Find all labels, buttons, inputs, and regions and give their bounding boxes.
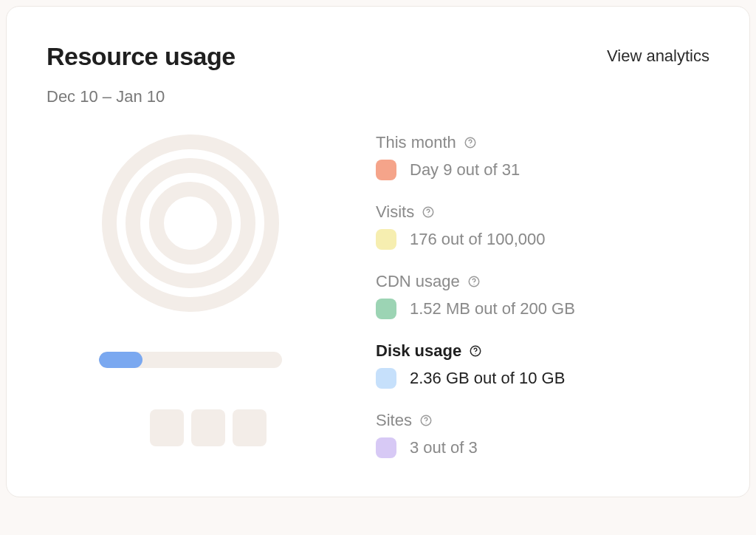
metric-value-row: 2.36 GB out of 10 GB	[376, 368, 709, 389]
metric-title: Visits	[376, 202, 414, 222]
metric-value: 3 out of 3	[410, 438, 478, 457]
disk-usage-bar	[99, 352, 282, 368]
card-header: Resource usage View analytics	[47, 42, 709, 71]
metric-title-row: Sites	[376, 411, 709, 430]
svg-point-9	[425, 423, 426, 423]
view-analytics-link[interactable]: View analytics	[607, 42, 709, 66]
site-block	[233, 409, 267, 446]
metric-title-row: Disk usage	[376, 341, 709, 361]
help-icon[interactable]	[419, 414, 433, 427]
metrics-list: This month Day 9 out of 31 Visits	[376, 132, 709, 458]
metric-sites: Sites 3 out of 3	[376, 411, 709, 458]
svg-point-5	[473, 284, 474, 284]
resource-usage-card: Resource usage View analytics Dec 10 – J…	[6, 6, 750, 497]
svg-point-1	[470, 145, 470, 146]
metric-this-month: This month Day 9 out of 31	[376, 133, 709, 180]
date-range: Dec 10 – Jan 10	[47, 87, 709, 106]
swatch	[376, 299, 396, 319]
metric-cdn-usage: CDN usage 1.52 MB out of 200 GB	[376, 272, 709, 319]
metric-disk-usage: Disk usage 2.36 GB out of 10 GB	[376, 341, 709, 389]
site-block	[150, 409, 184, 446]
swatch	[376, 229, 396, 250]
metric-title: Disk usage	[376, 341, 461, 361]
metric-value-row: Day 9 out of 31	[376, 160, 709, 180]
metric-title: CDN usage	[376, 272, 460, 291]
ring-center	[170, 202, 211, 244]
metric-value: 2.36 GB out of 10 GB	[410, 369, 565, 388]
metric-title-row: Visits	[376, 202, 709, 222]
svg-point-7	[475, 353, 476, 354]
metric-value: 1.52 MB out of 200 GB	[410, 299, 575, 318]
svg-point-3	[428, 214, 429, 215]
site-block	[191, 409, 225, 446]
rings-chart	[102, 134, 279, 312]
swatch	[376, 160, 396, 180]
metric-title: Sites	[376, 411, 412, 430]
disk-usage-bar-fill	[99, 352, 142, 368]
metric-value: 176 out of 100,000	[410, 230, 546, 249]
help-icon[interactable]	[464, 136, 477, 149]
sites-blocks	[150, 409, 267, 446]
swatch	[376, 368, 396, 389]
card-content: This month Day 9 out of 31 Visits	[47, 132, 709, 458]
metric-title: This month	[376, 133, 456, 152]
visualizations	[47, 132, 334, 458]
swatch	[376, 437, 396, 458]
metric-visits: Visits 176 out of 100,000	[376, 202, 709, 250]
metric-title-row: This month	[376, 133, 709, 152]
help-icon[interactable]	[469, 344, 482, 358]
metric-value: Day 9 out of 31	[410, 160, 520, 180]
help-icon[interactable]	[422, 205, 435, 219]
metric-value-row: 176 out of 100,000	[376, 229, 709, 250]
metric-title-row: CDN usage	[376, 272, 709, 291]
metric-value-row: 3 out of 3	[376, 437, 709, 458]
card-title: Resource usage	[47, 42, 236, 71]
help-icon[interactable]	[467, 275, 481, 288]
metric-value-row: 1.52 MB out of 200 GB	[376, 299, 709, 319]
